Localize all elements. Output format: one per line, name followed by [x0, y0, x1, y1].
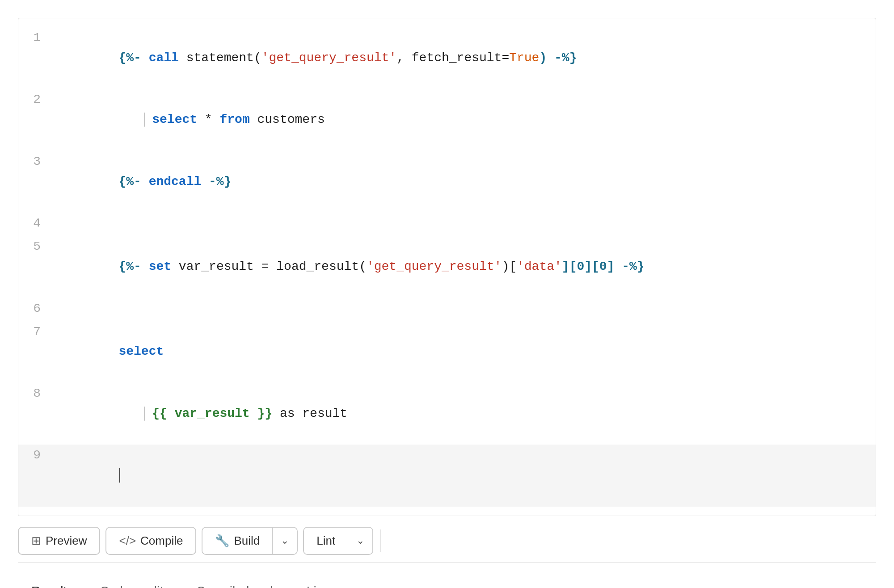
string-data: 'data' [517, 260, 562, 273]
build-icon: 🔧 [215, 534, 229, 548]
line-content-7: select [54, 322, 876, 382]
tab-lineage-label: Lineage [307, 584, 351, 588]
line-content-2: │select * from customers [54, 90, 876, 150]
compile-label: Compile [140, 534, 183, 548]
tab-results-label: Results [31, 584, 73, 588]
line-content-3: {%- endcall -%} [54, 152, 876, 212]
line-content-8: │{{ var_result }} as result [54, 384, 876, 444]
table-name: customers [250, 113, 325, 126]
tab-results[interactable]: Results [18, 576, 86, 588]
preview-icon: ⊞ [31, 534, 41, 548]
jinja-tag: {%- [118, 51, 148, 65]
lint-label: Lint [316, 534, 335, 548]
func-name: statement( [179, 51, 261, 65]
code-line-3: 3 {%- endcall -%} [18, 151, 876, 213]
string-arg: 'get_query_result' [261, 51, 396, 65]
toolbar-divider [380, 529, 381, 552]
keyword-set: set [149, 260, 171, 273]
line-content-9 [54, 445, 876, 505]
code-line-1: 1 {%- call statement('get_query_result',… [18, 27, 876, 89]
line-num-6: 6 [18, 299, 54, 319]
line-content-5: {%- set var_result = load_result('get_qu… [54, 237, 876, 297]
param-sep: , fetch_result= [396, 51, 509, 65]
code-line-8: 8 │{{ var_result }} as result [18, 383, 876, 445]
line-content-6 [54, 299, 876, 319]
code-line-2: 2 │select * from customers [18, 89, 876, 151]
code-line-9: 9 [18, 445, 876, 506]
keyword-select2: select [118, 344, 164, 358]
line-num-9: 9 [18, 445, 54, 466]
pipe-char-2: │ [141, 407, 148, 420]
lint-dropdown-button[interactable]: ⌄ [348, 528, 372, 554]
jinja-set-close: ][0][0] -%} [562, 260, 645, 273]
keyword-from: from [219, 113, 249, 126]
tab-compiled-code-label: Compiled code [196, 584, 280, 588]
code-line-7: 7 select [18, 321, 876, 383]
tab-compiled-code[interactable]: Compiled code [183, 576, 293, 588]
compile-icon: </> [119, 534, 136, 548]
compile-button[interactable]: </> Compile [105, 527, 196, 555]
star: * [197, 113, 219, 126]
keyword-call: call [149, 51, 179, 65]
jinja-set-open: {%- [118, 260, 148, 273]
line-num-5: 5 [18, 237, 54, 257]
line-num-3: 3 [18, 152, 54, 172]
preview-button[interactable]: ⊞ Preview [18, 527, 100, 555]
jinja-var: {{ var_result }} [152, 407, 272, 420]
line-content-1: {%- call statement('get_query_result', f… [54, 28, 876, 88]
text-cursor [119, 468, 120, 483]
toolbar: ⊞ Preview </> Compile 🔧 Build ⌄ Lint ⌄ [18, 516, 876, 563]
keyword-endcall: endcall [149, 175, 202, 189]
line-content-4 [54, 214, 876, 234]
tab-code-quality[interactable]: Code quality [86, 576, 183, 588]
lint-chevron-down-icon: ⌄ [356, 535, 364, 546]
line-num-2: 2 [18, 90, 54, 110]
preview-label: Preview [46, 534, 87, 548]
build-button-group: 🔧 Build ⌄ [202, 527, 298, 555]
jinja-endcall-open: {%- [118, 175, 148, 189]
jinja-close: ) -%} [539, 51, 577, 65]
line-num-4: 4 [18, 214, 54, 234]
build-button[interactable]: 🔧 Build [202, 528, 273, 554]
string-result: 'get_query_result' [367, 260, 502, 273]
lint-button-group: Lint ⌄ [303, 527, 373, 555]
jinja-endcall-close: -%} [201, 175, 231, 189]
build-dropdown-button[interactable]: ⌄ [273, 528, 297, 554]
as-keyword: as result [272, 407, 347, 420]
page-container: 1 {%- call statement('get_query_result',… [0, 0, 894, 588]
bracket1: )[ [502, 260, 517, 273]
code-line-4: 4 [18, 213, 876, 236]
tab-code-quality-label: Code quality [100, 584, 169, 588]
pipe-char: │ [141, 113, 148, 126]
code-editor: 1 {%- call statement('get_query_result',… [18, 18, 876, 516]
set-var: var_result = load_result( [171, 260, 367, 273]
keyword-select: select [152, 113, 197, 126]
line-num-8: 8 [18, 384, 54, 404]
line-num-7: 7 [18, 322, 54, 342]
line-num-1: 1 [18, 28, 54, 48]
build-label: Build [234, 534, 260, 548]
param-val: True [509, 51, 539, 65]
code-line-5: 5 {%- set var_result = load_result('get_… [18, 236, 876, 298]
tabs-bar: Results Code quality Compiled code Linea… [18, 576, 876, 588]
lint-button[interactable]: Lint [304, 528, 348, 554]
chevron-down-icon: ⌄ [281, 535, 289, 546]
code-line-6: 6 [18, 298, 876, 321]
tab-lineage[interactable]: Lineage [293, 576, 365, 588]
